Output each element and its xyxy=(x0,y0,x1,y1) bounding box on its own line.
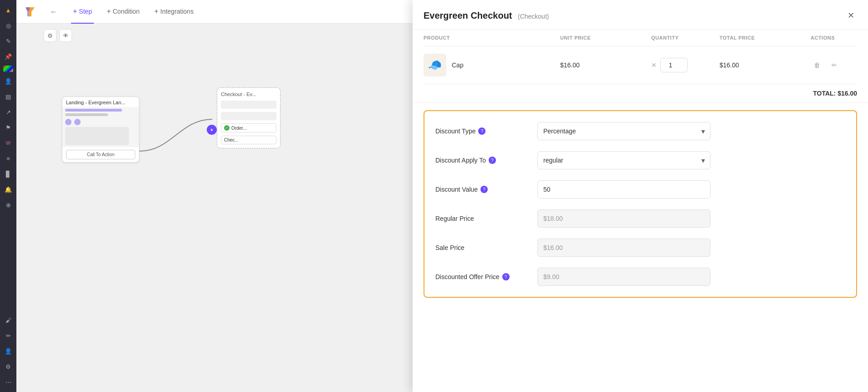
th-quantity: QUANTITY xyxy=(651,35,720,41)
product-image: 🧢 xyxy=(424,54,446,76)
total-price-cell: $16.00 xyxy=(720,61,811,69)
th-total-price: TOTAL PRICE xyxy=(720,35,811,41)
chart-icon[interactable]: ↗ xyxy=(2,106,15,118)
layers-icon[interactable]: ▤ xyxy=(2,90,15,103)
tab-step[interactable]: + Step xyxy=(71,0,94,24)
unit-price-cell: $16.00 xyxy=(560,61,651,69)
order-label: Order... xyxy=(231,126,246,131)
discount-apply-row: Discount Apply To ? regular sale all xyxy=(435,151,845,169)
brush-icon[interactable]: 🖌 xyxy=(2,314,15,326)
sale-price-label: Sale Price xyxy=(435,244,526,251)
sidebar: ▲ ◎ ✎ 📌 👤 ▤ ↗ ⚑ W ≡ ▊ 🔔 ⊕ 🖌 ✏ 👤 ⚙ ⋯ xyxy=(0,0,16,392)
integrations-plus: + xyxy=(154,7,158,15)
person-icon[interactable]: 👤 xyxy=(2,345,15,357)
checkout-sub-node: Chec... xyxy=(221,136,276,144)
discount-value-row: Discount Value ? xyxy=(435,180,845,199)
discount-apply-select[interactable]: regular sale all xyxy=(537,151,710,169)
panel-subtitle: (Checkout) xyxy=(518,13,549,20)
total-label: TOTAL: $16.00 xyxy=(813,90,857,97)
pencil-icon[interactable]: ✏ xyxy=(2,329,15,342)
bar-chart-icon[interactable]: ▊ xyxy=(2,168,15,180)
total-row: TOTAL: $16.00 xyxy=(413,84,868,103)
list-icon[interactable]: ≡ xyxy=(2,152,15,165)
back-button[interactable]: ← xyxy=(47,5,60,18)
canvas-controls: ⚙ 👁 xyxy=(44,29,72,42)
checkout-node: Checkout - Ev... ✓ Order... Chec... xyxy=(217,87,281,148)
discount-type-select-wrapper: Percentage Fixed None xyxy=(537,122,710,140)
discount-type-row: Discount Type ? Percentage Fixed None xyxy=(435,122,845,140)
product-table: PRODUCT UNIT PRICE QUANTITY TOTAL PRICE … xyxy=(413,30,868,84)
discount-type-help-icon[interactable]: ? xyxy=(478,127,485,135)
discount-form: Discount Type ? Percentage Fixed None Di… xyxy=(424,110,857,298)
discount-type-select[interactable]: Percentage Fixed None xyxy=(537,122,710,140)
th-actions: ACTIONS xyxy=(811,35,856,41)
regular-price-input xyxy=(537,209,710,228)
node-bar-2 xyxy=(65,113,108,116)
discount-apply-help-icon[interactable]: ? xyxy=(489,157,496,164)
check-icon: ✓ xyxy=(224,125,230,131)
node-circle-2 xyxy=(74,119,81,125)
preview-button[interactable]: 👁 xyxy=(59,29,72,42)
node-circles xyxy=(65,119,136,125)
discount-value-input[interactable] xyxy=(537,180,710,199)
node-bar-3 xyxy=(65,127,129,145)
woo-icon[interactable]: W xyxy=(2,137,15,149)
discount-value-label: Discount Value ? xyxy=(435,186,526,193)
discount-value-help-icon[interactable]: ? xyxy=(480,186,488,193)
panel-header: Evergreen Checkout (Checkout) ✕ xyxy=(413,0,868,30)
step-label: Step xyxy=(79,8,92,15)
product-name: Cap xyxy=(452,61,464,69)
discounted-offer-row: Discounted Offer Price ? xyxy=(435,268,845,286)
flag-icon[interactable]: ⚑ xyxy=(2,121,15,134)
quantity-input[interactable] xyxy=(660,58,688,72)
circle-plus-icon[interactable]: ⊕ xyxy=(2,199,15,211)
landing-node: Landing - Evergreen Lan... Call To Actio… xyxy=(62,97,139,163)
integrations-label: Integrations xyxy=(160,8,194,15)
settings-button[interactable]: ⚙ xyxy=(44,29,56,42)
th-unit-price: UNIT PRICE xyxy=(560,35,651,41)
times-icon: ✕ xyxy=(651,61,657,69)
gear-icon[interactable]: ⚙ xyxy=(2,360,15,373)
discounted-offer-help-icon[interactable]: ? xyxy=(502,273,510,280)
checkout-bar-2 xyxy=(221,112,276,120)
discount-type-label: Discount Type ? xyxy=(435,127,526,135)
checkout-bar-1 xyxy=(221,101,276,109)
right-panel: Evergreen Checkout (Checkout) ✕ PRODUCT … xyxy=(413,0,868,392)
tab-condition[interactable]: + Condition xyxy=(105,0,142,24)
delete-button[interactable]: 🗑 xyxy=(811,59,823,71)
dots-icon[interactable]: ⋯ xyxy=(2,376,15,388)
call-to-action-button[interactable]: Call To Action xyxy=(66,150,135,159)
tab-integrations[interactable]: + Integrations xyxy=(153,0,196,24)
sale-price-row: Sale Price xyxy=(435,239,845,257)
condition-label: Condition xyxy=(113,8,140,15)
users-icon[interactable]: 👤 xyxy=(2,75,15,87)
funnel-logo xyxy=(24,5,36,18)
panel-title-area: Evergreen Checkout (Checkout) xyxy=(424,10,549,21)
node-circle-1 xyxy=(65,119,71,125)
discount-apply-select-wrapper: regular sale all xyxy=(537,151,710,169)
pin-icon[interactable]: 📌 xyxy=(2,50,15,63)
bell-icon[interactable]: 🔔 xyxy=(2,183,15,196)
table-row: 🧢 Cap $16.00 ✕ $16.00 🗑 ✏ xyxy=(424,46,857,84)
step-plus: + xyxy=(73,7,77,15)
condition-plus: + xyxy=(107,7,111,15)
regular-price-label: Regular Price xyxy=(435,215,526,222)
globe-icon[interactable]: ◎ xyxy=(2,19,15,32)
logo-icon[interactable]: ▲ xyxy=(2,4,15,16)
pen-icon[interactable]: ✎ xyxy=(2,35,15,47)
node-bar-1 xyxy=(65,109,122,112)
discount-apply-label: Discount Apply To ? xyxy=(435,157,526,164)
checkout-sub-label: Chec... xyxy=(224,137,239,143)
order-bump-node: ✓ Order... xyxy=(221,123,276,132)
panel-title: Evergreen Checkout xyxy=(424,10,512,20)
product-cell: 🧢 Cap xyxy=(424,54,560,76)
quantity-cell: ✕ xyxy=(651,58,720,72)
color-swatch-icon[interactable] xyxy=(3,66,13,72)
edit-button[interactable]: ✏ xyxy=(828,59,841,71)
regular-price-row: Regular Price xyxy=(435,209,845,228)
close-button[interactable]: ✕ xyxy=(844,9,857,22)
connector-dot[interactable]: + xyxy=(207,125,217,135)
th-product: PRODUCT xyxy=(424,35,560,41)
checkout-node-title: Checkout - Ev... xyxy=(221,92,276,97)
discounted-offer-label: Discounted Offer Price ? xyxy=(435,273,526,280)
